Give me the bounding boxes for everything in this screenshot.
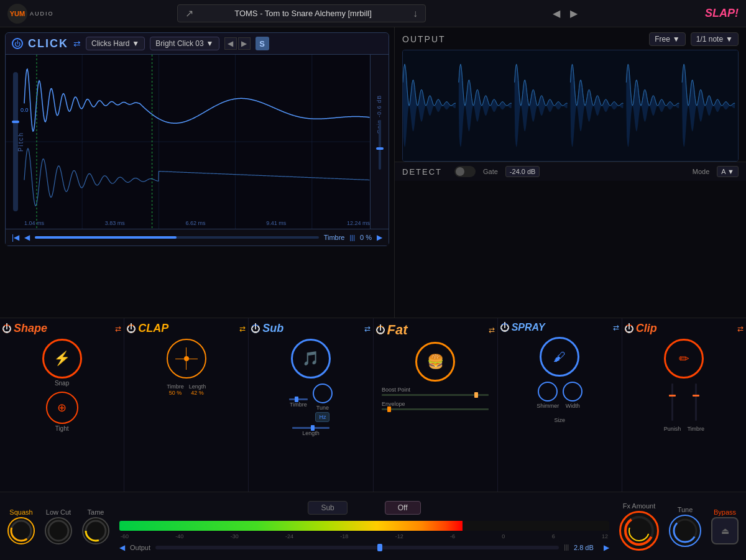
s-badge-button[interactable]: S — [256, 37, 269, 50]
click-next-button[interactable]: ▶ — [238, 37, 251, 50]
lowcut-knob[interactable] — [45, 517, 72, 544]
clap-sync-icon[interactable]: ⇄ — [239, 324, 246, 333]
module-clip: ⏻ Clip ⇄ ✏ Punish Timbre — [622, 318, 746, 492]
fat-power-button[interactable]: ⏻ — [376, 326, 385, 334]
spray-power-button[interactable]: ⏻ — [500, 323, 509, 332]
fat-boost-slider[interactable] — [382, 394, 489, 396]
share-icon[interactable]: ↗ — [185, 7, 193, 19]
sub-toggle-button[interactable]: Sub — [308, 501, 347, 515]
click-section: ⏻ CLICK ⇄ Clicks Hard ▼ Bright Click 03 … — [5, 32, 389, 246]
shape-power-button[interactable]: ⏻ — [2, 324, 11, 333]
tune-knob-svg — [671, 516, 699, 545]
fat-envelope-label: Envelope — [382, 401, 489, 407]
tune-group: Tune — [669, 506, 701, 547]
timbre-drag-right[interactable]: ▶ — [377, 233, 382, 242]
sub-tune-label: Tune — [316, 405, 329, 411]
modules-row: ⏻ Shape ⇄ ⚡ Snap ⊕ Tight ⏻ CLAP ⇄ — [0, 318, 746, 492]
shape-header: ⏻ Shape ⇄ — [2, 322, 121, 335]
off-toggle-button[interactable]: Off — [385, 501, 421, 515]
clip-timbre-thumb — [693, 395, 699, 397]
lowcut-knob-svg — [46, 518, 71, 543]
output-slider-thumb — [377, 544, 382, 551]
note-dropdown[interactable]: 1/1 note▼ — [691, 32, 739, 46]
clip-timbre-group: Timbre — [687, 383, 704, 432]
bypass-group: Bypass ⏏ — [711, 508, 739, 544]
clap-knobs: Timbre 50 % Length 42 % — [127, 339, 246, 488]
free-dropdown[interactable]: Free▼ — [649, 32, 686, 46]
app-logo: YUM AUDIO — [7, 4, 54, 24]
sub-name: Sub — [262, 322, 361, 335]
timbre-bar: |◀ ◀ Timbre ||| 0 % ▶ — [6, 229, 389, 246]
clap-power-button[interactable]: ⏻ — [127, 324, 136, 333]
shape-sync-icon[interactable]: ⇄ — [115, 324, 121, 333]
sub-controls: Timbre Tune Hz — [289, 383, 333, 422]
fat-main-knob[interactable]: 🍔 — [415, 342, 455, 382]
next-preset-button[interactable]: ▶ — [566, 6, 581, 21]
tame-group: Tame — [82, 508, 109, 544]
tame-knob[interactable] — [82, 517, 109, 544]
meter-label-30: -30 — [231, 533, 239, 539]
fat-knobs: 🍔 Boost Point Envelope — [376, 342, 495, 488]
output-slider[interactable] — [155, 546, 559, 549]
sub-timbre-thumb — [295, 397, 298, 402]
prev-preset-button[interactable]: ◀ — [549, 6, 564, 21]
output-label: OUTPUT — [402, 34, 446, 44]
shape-knobs: ⚡ Snap ⊕ Tight — [2, 339, 121, 488]
clip-timbre-fader[interactable] — [695, 383, 697, 421]
clip-power-button[interactable]: ⏻ — [625, 324, 633, 333]
click-nav-arrows: ◀ ▶ — [224, 37, 251, 50]
logo-text: AUDIO — [30, 11, 54, 17]
clap-crosshair-knob[interactable] — [167, 339, 206, 379]
gate-toggle[interactable] — [454, 166, 476, 177]
timbre-drag-left[interactable]: ◀ — [24, 233, 30, 242]
meter-labels: -60 -40 -30 -24 -18 -12 -6 0 6 12 — [119, 533, 609, 539]
output-right-arrow[interactable]: ▶ — [604, 543, 609, 552]
sub-tune-knob[interactable] — [313, 383, 333, 403]
timbre-left-arrow[interactable]: |◀ — [12, 233, 19, 242]
sub-length-slider[interactable] — [292, 427, 329, 429]
mode-dropdown[interactable]: A ▼ — [717, 166, 739, 177]
tune-knob[interactable] — [669, 515, 701, 547]
bypass-button[interactable]: ⏏ — [711, 517, 739, 544]
spray-main-knob[interactable]: 🖌 — [540, 337, 579, 377]
shimmer-knob[interactable] — [538, 382, 558, 402]
meter-label-6: -6 — [450, 533, 455, 539]
fx-amount-knob[interactable] — [619, 511, 659, 551]
tight-knob[interactable]: ⊕ — [46, 392, 78, 424]
snap-knob[interactable]: ⚡ — [42, 339, 82, 379]
module-spray: ⏻ SPRAY ⇄ 🖌 Shimmer Width — [498, 318, 622, 492]
slap-logo: SLAP! — [705, 7, 739, 20]
width-knob[interactable] — [563, 382, 583, 402]
clip-sync-icon[interactable]: ⇄ — [737, 324, 744, 333]
gain-fader[interactable] — [379, 120, 381, 170]
spray-sync-icon[interactable]: ⇄ — [613, 323, 619, 332]
clip-main-knob[interactable]: ✏ — [664, 339, 704, 379]
fat-sync-icon[interactable]: ⇄ — [489, 326, 495, 334]
sub-power-button[interactable]: ⏻ — [251, 324, 260, 333]
click-power-button[interactable]: ⏻ — [12, 38, 23, 49]
click-prev-button[interactable]: ◀ — [224, 37, 237, 50]
download-icon[interactable]: ↓ — [413, 8, 418, 19]
clicks-hard-dropdown[interactable]: Clicks Hard ▼ — [86, 37, 145, 50]
shimmer-knob-container: Shimmer — [536, 382, 559, 409]
squash-knob[interactable] — [7, 517, 35, 544]
click-sync-icon[interactable]: ⇄ — [73, 39, 81, 48]
clip-header: ⏻ Clip ⇄ — [625, 322, 744, 335]
gain-slider-area: Gain -0.6 dB — [370, 55, 389, 229]
sub-sync-icon[interactable]: ⇄ — [364, 324, 371, 333]
sub-timbre-slider[interactable] — [289, 398, 308, 400]
output-left-arrow[interactable]: ◀ — [119, 543, 125, 552]
meter-label-40: -40 — [175, 533, 183, 539]
fat-envelope-slider[interactable] — [382, 408, 489, 410]
timbre-slider[interactable] — [35, 236, 319, 239]
bright-click-dropdown[interactable]: Bright Click 03 ▼ — [150, 37, 219, 50]
tight-knob-container: ⊕ Tight — [46, 392, 78, 432]
spray-header: ⏻ SPRAY ⇄ — [500, 322, 619, 333]
gate-value[interactable]: -24.0 dB — [505, 166, 540, 177]
meter-area: Sub Off -60 -40 -30 -24 -18 -12 -6 0 6 1… — [119, 501, 609, 552]
sub-main-knob[interactable]: 🎵 — [291, 339, 331, 379]
time-marker-3: 6.62 ms — [185, 220, 205, 226]
sub-note-button[interactable]: Hz — [315, 412, 329, 422]
sub-icon: 🎵 — [302, 351, 319, 367]
punish-fader[interactable] — [671, 383, 673, 421]
